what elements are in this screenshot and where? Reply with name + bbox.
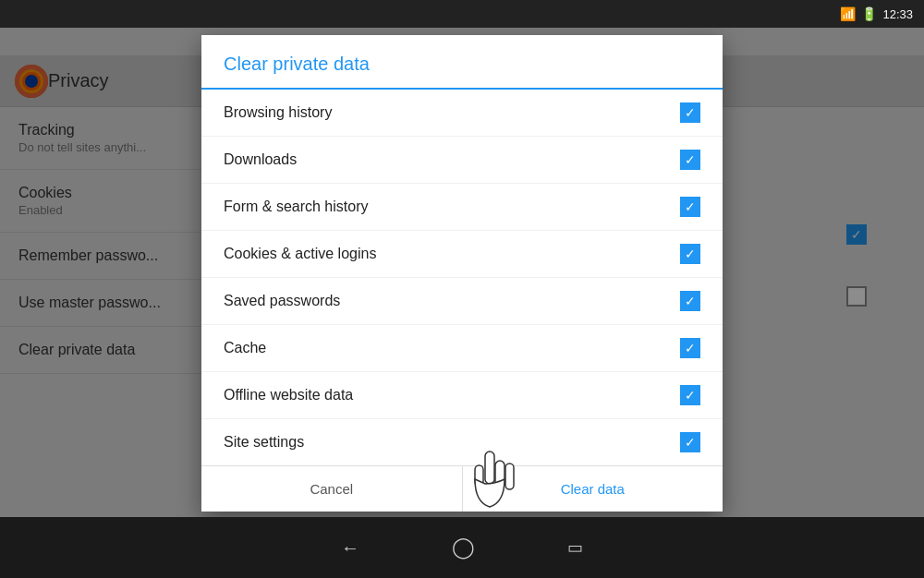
dialog-row-cookies-logins[interactable]: Cookies & active logins ✓ [201,231,723,278]
back-button[interactable]: ← [341,537,359,559]
form-search-checkbox[interactable]: ✓ [680,197,700,217]
dialog-row-form-search[interactable]: Form & search history ✓ [201,184,723,231]
cookies-logins-checkbox[interactable]: ✓ [680,244,700,264]
cache-checkbox[interactable]: ✓ [680,338,700,358]
saved-passwords-label: Saved passwords [224,293,340,309]
battery-icon: 🔋 [861,6,877,21]
browsing-history-label: Browsing history [224,104,332,121]
hand-cursor-pointer [462,447,517,524]
clear-private-data-dialog: Clear private data Browsing history ✓ Do… [201,35,723,512]
downloads-checkbox[interactable]: ✓ [680,150,700,170]
svg-rect-3 [485,452,494,484]
dialog-row-cache[interactable]: Cache ✓ [201,325,723,372]
status-time: 12:33 [882,7,913,21]
saved-passwords-checkbox[interactable]: ✓ [680,291,700,311]
wifi-icon: 📶 [840,6,856,21]
cookies-logins-label: Cookies & active logins [224,246,376,262]
offline-data-checkbox[interactable]: ✓ [680,385,700,405]
home-button[interactable]: ◯ [452,536,475,560]
dialog-title: Clear private data [201,35,723,90]
dialog-row-offline-data[interactable]: Offline website data ✓ [201,372,723,419]
svg-rect-5 [505,464,514,489]
recents-button[interactable]: ▭ [567,537,583,558]
nav-bar: ← ◯ ▭ [0,517,924,578]
site-settings-checkbox[interactable]: ✓ [680,432,700,452]
status-bar: 📶 🔋 12:33 [0,0,924,28]
dialog-row-downloads[interactable]: Downloads ✓ [201,137,723,184]
form-search-label: Form & search history [224,199,368,215]
status-icons: 📶 🔋 12:33 [840,6,913,21]
dialog-row-browsing-history[interactable]: Browsing history ✓ [201,90,723,137]
downloads-label: Downloads [224,151,297,168]
offline-data-label: Offline website data [224,387,353,403]
browsing-history-checkbox[interactable]: ✓ [680,102,700,123]
dialog-body: Browsing history ✓ Downloads ✓ Form & se… [201,90,723,465]
dialog-row-saved-passwords[interactable]: Saved passwords ✓ [201,278,723,325]
site-settings-label: Site settings [224,434,304,451]
cancel-button[interactable]: Cancel [201,466,463,512]
cache-label: Cache [224,340,266,356]
